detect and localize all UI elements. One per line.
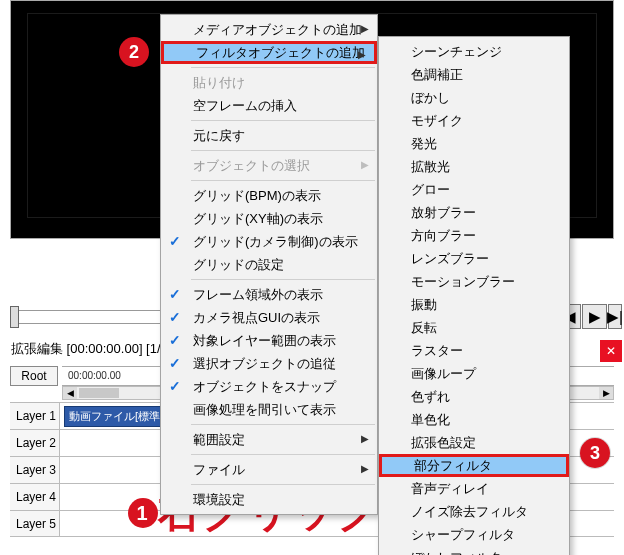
play-button[interactable]: ▶ (582, 304, 607, 329)
submenu-arrow-icon: ▶ (358, 49, 366, 60)
check-icon: ✓ (169, 332, 181, 348)
layer-label[interactable]: Layer 5 (10, 511, 60, 536)
menu-item-label: 環境設定 (193, 491, 245, 509)
menu-item-label: 貼り付け (193, 74, 245, 92)
menu-item[interactable]: 放射ブラー (379, 201, 569, 224)
menu-item-label: ぼかし (411, 89, 450, 107)
menu-item[interactable]: グリッド(XY軸)の表示 (161, 207, 377, 230)
menu-item[interactable]: 拡張色設定 (379, 431, 569, 454)
close-button[interactable]: ✕ (600, 340, 622, 362)
menu-separator (191, 67, 375, 68)
video-clip[interactable]: 動画ファイル[標準 (64, 406, 174, 427)
menu-item[interactable]: モーションブラー (379, 270, 569, 293)
hscroll-left-icon[interactable]: ◀ (63, 387, 77, 399)
layer-label[interactable]: Layer 4 (10, 484, 60, 510)
menu-separator (191, 424, 375, 425)
seek-slider-thumb[interactable] (10, 306, 19, 328)
next-button[interactable]: ▶| (608, 304, 622, 329)
menu-item-label: フィルタオブジェクトの追加 (196, 44, 365, 62)
menu-item[interactable]: ラスター (379, 339, 569, 362)
menu-item[interactable]: 範囲設定▶ (161, 428, 377, 451)
root-cell[interactable]: Root (10, 366, 58, 386)
menu-item-label: ノイズ除去フィルタ (411, 503, 528, 521)
menu-item-label: グリッド(カメラ制御)の表示 (193, 233, 358, 251)
menu-item[interactable]: ✓選択オブジェクトの追従 (161, 352, 377, 375)
menu-item[interactable]: グロー (379, 178, 569, 201)
menu-item[interactable]: ノイズ除去フィルタ (379, 500, 569, 523)
menu-item[interactable]: 色ずれ (379, 385, 569, 408)
submenu-arrow-icon: ▶ (361, 463, 369, 474)
menu-item[interactable]: 色調補正 (379, 63, 569, 86)
menu-item[interactable]: 反転 (379, 316, 569, 339)
menu-item[interactable]: 拡散光 (379, 155, 569, 178)
menu-separator (191, 120, 375, 121)
menu-separator (191, 150, 375, 151)
menu-item[interactable]: 画像処理を間引いて表示 (161, 398, 377, 421)
anno-badge-2: 2 (119, 37, 149, 67)
menu-item[interactable]: レンズブラー (379, 247, 569, 270)
menu-item[interactable]: 画像ループ (379, 362, 569, 385)
menu-item[interactable]: シーンチェンジ (379, 40, 569, 63)
menu-item-label: レンズブラー (411, 250, 489, 268)
hscroll-thumb[interactable] (79, 388, 119, 398)
menu-item[interactable]: 環境設定 (161, 488, 377, 511)
menu-separator (191, 484, 375, 485)
anno-badge-3: 3 (580, 438, 610, 468)
root-label: Root (21, 369, 46, 383)
layer-label[interactable]: Layer 3 (10, 457, 60, 483)
menu-item-label: グリッド(BPM)の表示 (193, 187, 321, 205)
menu-item-label: 画像ループ (411, 365, 476, 383)
menu-item[interactable]: 方向ブラー (379, 224, 569, 247)
menu-item-label: ファイル (193, 461, 245, 479)
menu-item-label: ラスター (411, 342, 463, 360)
menu-item-label: 振動 (411, 296, 437, 314)
menu-item[interactable]: ✓対象レイヤー範囲の表示 (161, 329, 377, 352)
menu-item[interactable]: ぼかしフィルタ (379, 546, 569, 555)
menu-item[interactable]: 元に戻す (161, 124, 377, 147)
menu-item-label: 拡張色設定 (411, 434, 476, 452)
ruler-tick: 00:00:00.00 (68, 370, 121, 381)
menu-item[interactable]: フィルタオブジェクトの追加▶ (161, 41, 377, 64)
menu-item[interactable]: シャープフィルタ (379, 523, 569, 546)
menu-item[interactable]: 単色化 (379, 408, 569, 431)
filter-submenu[interactable]: シーンチェンジ色調補正ぼかしモザイク発光拡散光グロー放射ブラー方向ブラーレンズブ… (378, 36, 570, 555)
menu-item-label: 選択オブジェクトの追従 (193, 355, 336, 373)
menu-item[interactable]: ぼかし (379, 86, 569, 109)
menu-item[interactable]: 空フレームの挿入 (161, 94, 377, 117)
menu-item[interactable]: モザイク (379, 109, 569, 132)
menu-separator (191, 454, 375, 455)
menu-item-label: グリッドの設定 (193, 256, 284, 274)
menu-item[interactable]: ✓グリッド(カメラ制御)の表示 (161, 230, 377, 253)
check-icon: ✓ (169, 233, 181, 249)
menu-item[interactable]: 部分フィルタ (379, 454, 569, 477)
menu-separator (191, 279, 375, 280)
menu-item-label: 拡散光 (411, 158, 450, 176)
menu-item[interactable]: ファイル▶ (161, 458, 377, 481)
menu-item-label: グリッド(XY軸)の表示 (193, 210, 323, 228)
menu-item[interactable]: ✓フレーム領域外の表示 (161, 283, 377, 306)
menu-item-label: モザイク (411, 112, 463, 130)
menu-item[interactable]: ✓カメラ視点GUIの表示 (161, 306, 377, 329)
menu-item-label: オブジェクトをスナップ (193, 378, 336, 396)
hscroll-right-icon[interactable]: ▶ (599, 387, 613, 399)
close-icon: ✕ (606, 344, 616, 358)
context-menu[interactable]: メディアオブジェクトの追加▶フィルタオブジェクトの追加▶貼り付け空フレームの挿入… (160, 14, 378, 515)
menu-item-label: オブジェクトの選択 (193, 157, 310, 175)
menu-item-label: 元に戻す (193, 127, 245, 145)
menu-item-label: 方向ブラー (411, 227, 476, 245)
menu-item-label: シーンチェンジ (411, 43, 502, 61)
menu-item[interactable]: 振動 (379, 293, 569, 316)
layer-label[interactable]: Layer 1 (10, 403, 60, 429)
menu-item[interactable]: グリッド(BPM)の表示 (161, 184, 377, 207)
menu-item[interactable]: グリッドの設定 (161, 253, 377, 276)
menu-item-label: 空フレームの挿入 (193, 97, 297, 115)
layer-label[interactable]: Layer 2 (10, 430, 60, 456)
timeline-title: 拡張編集 [00:00:00.00] [1/30 (11, 340, 175, 358)
menu-item[interactable]: メディアオブジェクトの追加▶ (161, 18, 377, 41)
menu-item-label: フレーム領域外の表示 (193, 286, 323, 304)
menu-item[interactable]: 発光 (379, 132, 569, 155)
menu-item-label: 放射ブラー (411, 204, 476, 222)
menu-item-label: モーションブラー (411, 273, 515, 291)
menu-item[interactable]: 音声ディレイ (379, 477, 569, 500)
menu-item[interactable]: ✓オブジェクトをスナップ (161, 375, 377, 398)
